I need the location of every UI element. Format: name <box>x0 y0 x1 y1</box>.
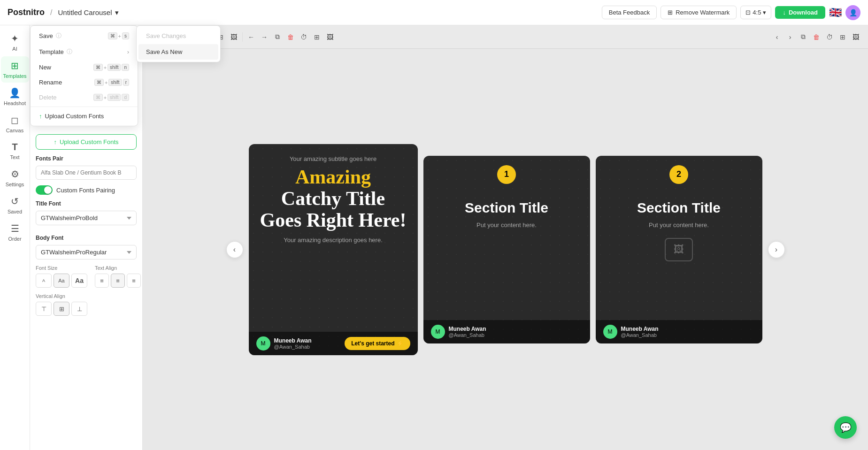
timer2-icon[interactable]: ⏱ <box>297 31 310 44</box>
slide-card-section1[interactable]: 1 Section Title Put your content here. M… <box>423 156 590 343</box>
font-size-small[interactable]: A <box>36 274 52 288</box>
download-button[interactable]: ↓ Download <box>775 6 825 19</box>
menu-delete[interactable]: Delete ⌘ + shift d <box>32 90 136 105</box>
layout2-icon[interactable]: ⊞ <box>310 31 323 44</box>
sidebar-item-templates[interactable]: ⊞ Templates <box>1 56 29 83</box>
copy2-icon[interactable]: ⧉ <box>797 31 810 44</box>
layout3-icon[interactable]: ⊞ <box>836 31 849 44</box>
menu-template[interactable]: Template ⓘ › <box>32 44 136 60</box>
section2-image-placeholder: 🖼 <box>665 238 693 261</box>
vertical-align-group: Vertical Align ⊤ ⊞ ⊥ <box>36 293 137 316</box>
rename-shortcut: ⌘ + shift r <box>94 79 129 86</box>
body-font-select[interactable]: GTWalsheimProRegular <box>36 245 137 259</box>
section1-badge: 1 <box>497 165 516 184</box>
templates-icon: ⊞ <box>11 60 19 71</box>
title-font-select[interactable]: GTWalsheimProBold <box>36 211 137 225</box>
section2-desc: Put your content here. <box>607 221 751 229</box>
valign-middle[interactable]: ⊞ <box>54 302 69 316</box>
download-icon: ↓ <box>783 9 786 16</box>
slide-description: Your amazing description goes here. <box>260 236 407 244</box>
save-shortcut: ⌘ + s <box>108 32 129 39</box>
image2-icon[interactable]: 🖼 <box>323 31 337 44</box>
vertical-align-label: Vertical Align <box>36 293 137 299</box>
saved-icon: ↺ <box>11 196 19 207</box>
headshot-icon: 👤 <box>9 87 21 99</box>
timer3-icon[interactable]: ⏱ <box>823 31 836 44</box>
sidebar-item-saved[interactable]: ↺ Saved <box>1 192 29 218</box>
align-left[interactable]: ≡ <box>95 274 109 288</box>
font-size-large[interactable]: Aa <box>71 274 87 288</box>
author-name-section2: Muneeb Awan <box>621 326 659 332</box>
file-dropdown-menu: Save ⓘ ⌘ + s Template ⓘ › New ⌘ + shift … <box>30 25 138 126</box>
valign-bottom[interactable]: ⊥ <box>71 302 87 316</box>
slide-toolbar-top: ← → ⧉ 🗑 ⏱ ⊞ 🖼 ← → ⧉ 🗑 ⏱ ⊞ 🖼 ‹ › ⧉ 🗑 ⏱ ⊞ … <box>143 25 868 49</box>
sidebar-item-canvas[interactable]: ◻ Canvas <box>1 111 29 137</box>
slide-title-yellow: Amazing <box>260 166 407 188</box>
align-right[interactable]: ≡ <box>127 274 141 288</box>
aspect-ratio-button[interactable]: ⊡ 4:5 ▾ <box>740 6 771 19</box>
body-font-label: Body Font <box>36 235 137 241</box>
menu-rename[interactable]: Rename ⌘ + shift r <box>32 75 136 90</box>
sidebar-item-ai[interactable]: ✦ AI <box>1 29 29 55</box>
left-sidebar: ✦ AI ⊞ Templates 👤 Headshot ◻ Canvas T T… <box>0 25 30 450</box>
template-info-icon: ⓘ <box>67 48 72 56</box>
section1-title: Section Title <box>435 200 579 216</box>
slide-author-main: M Muneeb Awan @Awan_Sahab <box>256 336 312 351</box>
custom-fonts-pairing-row: Custom Fonts Pairing <box>36 185 137 195</box>
sidebar-item-label: Saved <box>8 209 22 214</box>
upload-fonts-button[interactable]: ↑ Upload Custom Fonts <box>36 134 137 150</box>
slide-title-white: Catchy Title Goes Right Here! <box>260 188 407 231</box>
next-arrow[interactable]: › <box>768 241 785 258</box>
redo2-icon[interactable]: → <box>258 31 271 44</box>
sidebar-item-order[interactable]: ☰ Order <box>1 219 29 245</box>
ai-icon: ✦ <box>11 33 19 44</box>
menu-new[interactable]: New ⌘ + shift n <box>32 60 136 75</box>
copy-icon[interactable]: ⧉ <box>271 31 284 44</box>
font-size-medium[interactable]: Aa <box>54 274 69 288</box>
menu-save[interactable]: Save ⓘ ⌘ + s <box>32 28 136 44</box>
template-submenu: Save Changes Save As New <box>136 25 221 62</box>
sidebar-item-label: Text <box>10 154 19 160</box>
slide-card-section2[interactable]: 2 Section Title Put your content here. 🖼… <box>596 156 762 343</box>
aspect-ratio-icon: ⊡ <box>745 9 751 16</box>
upload-icon: ↑ <box>54 138 57 145</box>
custom-fonts-label: Custom Fonts Pairing <box>56 187 115 194</box>
image3-icon[interactable]: 🖼 <box>849 31 862 44</box>
slide-card-main[interactable]: Your amazing subtitle goes here Amazing … <box>249 144 418 355</box>
image-icon[interactable]: 🖼 <box>227 31 240 44</box>
sidebar-item-settings[interactable]: ⚙ Settings <box>1 165 29 191</box>
language-flag[interactable]: 🇬🇧 <box>829 7 842 19</box>
prev-slide-icon[interactable]: ‹ <box>770 31 784 44</box>
trash2-icon[interactable]: 🗑 <box>810 31 823 44</box>
submenu-save-changes[interactable]: Save Changes <box>138 28 218 44</box>
submenu-save-as-new[interactable]: Save As New <box>138 44 218 60</box>
prev-arrow[interactable]: ‹ <box>226 241 243 258</box>
sidebar-item-headshot[interactable]: 👤 Headshot <box>1 84 29 110</box>
canvas-area: ← → ⧉ 🗑 ⏱ ⊞ 🖼 ← → ⧉ 🗑 ⏱ ⊞ 🖼 ‹ › ⧉ 🗑 ⏱ ⊞ … <box>143 25 868 450</box>
undo2-icon[interactable]: ← <box>245 31 258 44</box>
sidebar-item-text[interactable]: T Text <box>1 138 29 164</box>
delete-icon[interactable]: 🗑 <box>284 31 297 44</box>
delete-label: Delete <box>39 94 57 101</box>
slides-row: ‹ Your amazing subtitle goes here Amazin… <box>143 49 868 450</box>
slide-footer-section1: M Muneeb Awan @Awan_Sahab <box>423 320 590 343</box>
align-center[interactable]: ≡ <box>111 274 125 288</box>
section1-content: 1 Section Title Put your content here. <box>423 156 590 343</box>
user-avatar[interactable]: 👤 <box>845 5 860 20</box>
menu-upload-fonts[interactable]: ↑ Upload Custom Fonts <box>32 109 136 123</box>
top-nav: Postnitro / Untitled Carousel ▾ Beta Fee… <box>0 0 868 25</box>
chat-button[interactable]: 💬 <box>834 416 857 439</box>
next-slide-icon[interactable]: › <box>784 31 797 44</box>
custom-fonts-toggle[interactable] <box>36 185 53 195</box>
valign-top[interactable]: ⊤ <box>36 302 52 316</box>
beta-feedback-button[interactable]: Beta Feedback <box>602 6 657 19</box>
save-label: Save <box>39 32 53 39</box>
order-icon: ☰ <box>11 223 19 234</box>
slide-author-section1: M Muneeb Awan @Awan_Sahab <box>431 325 486 339</box>
fonts-pair-input[interactable] <box>36 166 137 180</box>
new-label: New <box>39 64 51 71</box>
doc-title[interactable]: Untitled Carousel ▾ <box>58 8 118 17</box>
section2-badge: 2 <box>669 165 688 184</box>
remove-watermark-button[interactable]: ⊞ Remove Watermark <box>661 6 737 19</box>
cta-button[interactable]: Let's get started ⚡ <box>345 337 410 350</box>
